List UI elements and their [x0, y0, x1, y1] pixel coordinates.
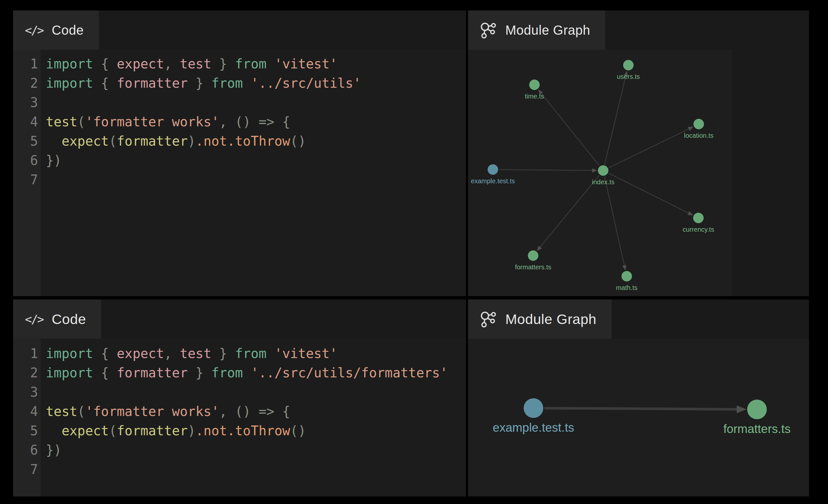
code-lines-bottom: 1import { expect, test } from 'vitest'2i…	[13, 339, 466, 479]
code-panel-top-header: </> Code	[13, 10, 466, 50]
graph-node-example.test.ts[interactable]	[524, 398, 543, 418]
graph-edge-arrowhead	[622, 265, 626, 270]
graph-node-label: formatters.ts	[515, 263, 551, 271]
code-text: expect(formatter).not.toThrow()	[41, 132, 306, 151]
code-text: expect(formatter).not.toThrow()	[41, 421, 306, 440]
graph-node-label: example.test.ts	[493, 421, 574, 434]
graph-edge-arrowhead	[592, 168, 597, 172]
code-line: 2import { formatter } from '../src/utils…	[13, 363, 466, 383]
graph-edge-arrowhead	[737, 406, 746, 413]
tab-code-bottom-label: Code	[52, 311, 86, 327]
graph-edge	[544, 408, 737, 409]
graph-edge-arrowhead	[688, 211, 693, 215]
graph-node-label: example.test.ts	[471, 177, 515, 184]
tab-code-top[interactable]: </> Code	[13, 10, 99, 50]
graph-edge	[541, 94, 599, 166]
module-graph-top-header: Module Graph	[468, 10, 809, 50]
module-graph-icon	[480, 310, 497, 328]
code-line: 2import { formatter } from '../src/utils…	[13, 74, 466, 93]
line-number: 7	[13, 460, 41, 479]
module-graph-icon	[480, 22, 497, 39]
line-number: 7	[13, 170, 41, 190]
module-graph-svg-bottom: example.test.tsformatters.ts	[468, 339, 809, 496]
code-line: 1import { expect, test } from 'vitest'	[13, 344, 466, 363]
graph-edge	[609, 129, 689, 168]
module-graph-canvas-top[interactable]: users.tstime.tslocation.tsexample.test.t…	[468, 50, 809, 296]
code-line: 4test('formatter works', () => {	[13, 112, 466, 132]
module-graph-canvas-bottom[interactable]: example.test.tsformatters.ts	[468, 339, 809, 497]
vitest-ui-module-graph-comparison: </> Code 1import { expect, test } from '…	[0, 0, 828, 504]
code-text: test('formatter works', () => {	[41, 402, 290, 421]
line-number: 5	[13, 132, 41, 151]
code-editor-bottom[interactable]: 1import { expect, test } from 'vitest'2i…	[13, 339, 466, 497]
line-number: 6	[13, 151, 41, 170]
graph-edge	[609, 173, 689, 213]
code-text: import { formatter } from '../src/utils'	[41, 74, 361, 93]
code-text: })	[41, 440, 61, 460]
tab-code-top-label: Code	[52, 23, 84, 38]
graph-node-users.ts[interactable]	[623, 60, 633, 70]
graph-node-index.ts[interactable]	[598, 165, 609, 176]
graph-edge	[605, 177, 624, 265]
code-icon: </>	[25, 312, 43, 326]
line-number: 5	[13, 421, 41, 440]
code-icon: </>	[25, 24, 43, 37]
graph-node-math.ts[interactable]	[621, 271, 632, 282]
tab-module-graph-top-label: Module Graph	[505, 23, 590, 38]
code-line: 6})	[13, 151, 466, 170]
code-panel-bottom-header: </> Code	[13, 299, 466, 339]
module-graph-bottom-header: Module Graph	[468, 299, 809, 339]
graph-node-label: index.ts	[592, 178, 615, 185]
code-line: 4test('formatter works', () => {	[13, 402, 466, 421]
graph-node-example.test.ts[interactable]	[488, 164, 498, 175]
line-number: 4	[13, 112, 41, 132]
code-text: test('formatter works', () => {	[41, 112, 290, 132]
tab-module-graph-bottom-label: Module Graph	[505, 311, 596, 327]
code-text	[41, 170, 46, 190]
code-lines-top: 1import { expect, test } from 'vitest'2i…	[13, 50, 466, 190]
code-line: 5 expect(formatter).not.toThrow()	[13, 132, 466, 151]
code-text	[41, 460, 46, 479]
tab-code-bottom[interactable]: </> Code	[13, 299, 101, 339]
graph-node-label: location.ts	[684, 132, 713, 139]
code-text: import { expect, test } from 'vitest'	[41, 54, 337, 74]
tab-module-graph-top[interactable]: Module Graph	[468, 10, 605, 50]
graph-node-formatters.ts[interactable]	[747, 400, 767, 419]
code-line: 5 expect(formatter).not.toThrow()	[13, 421, 466, 440]
graph-edge	[499, 170, 592, 170]
code-panel-top: </> Code 1import { expect, test } from '…	[13, 10, 466, 296]
line-number: 2	[13, 363, 41, 383]
module-graph-panel-top: Module Graph users.tstime.tslocation.tse…	[468, 10, 809, 296]
code-text	[41, 383, 46, 402]
code-line: 3	[13, 383, 466, 402]
graph-node-formatters.ts[interactable]	[528, 250, 538, 261]
line-number: 4	[13, 402, 41, 421]
code-panel-bottom: </> Code 1import { expect, test } from '…	[13, 299, 466, 497]
code-text: import { expect, test } from 'vitest'	[41, 344, 337, 363]
graph-edge	[540, 175, 599, 247]
graph-node-label: currency.ts	[683, 226, 714, 233]
code-line: 3	[13, 93, 466, 112]
graph-node-label: users.ts	[617, 73, 640, 80]
line-number: 1	[13, 54, 41, 74]
line-number: 1	[13, 344, 41, 363]
graph-node-label: time.ts	[525, 93, 544, 100]
graph-edge	[605, 76, 626, 164]
graph-node-currency.ts[interactable]	[693, 213, 704, 223]
code-line: 6})	[13, 440, 466, 460]
line-number: 2	[13, 74, 41, 93]
code-editor-top[interactable]: 1import { expect, test } from 'vitest'2i…	[13, 50, 466, 296]
graph-node-label: math.ts	[616, 284, 637, 291]
tab-module-graph-bottom[interactable]: Module Graph	[468, 299, 612, 339]
graph-node-location.ts[interactable]	[694, 119, 704, 129]
module-graph-svg-top: users.tstime.tslocation.tsexample.test.t…	[468, 50, 732, 296]
code-line: 7	[13, 170, 466, 190]
line-number: 6	[13, 440, 41, 460]
module-graph-panel-bottom: Module Graph example.test.tsformatters.t…	[468, 299, 809, 497]
code-text: import { formatter } from '../src/utils/…	[41, 363, 448, 383]
code-line: 7	[13, 460, 466, 479]
line-number: 3	[13, 93, 41, 112]
code-text	[41, 93, 46, 112]
graph-node-time.ts[interactable]	[529, 80, 540, 90]
code-text: })	[41, 151, 61, 170]
